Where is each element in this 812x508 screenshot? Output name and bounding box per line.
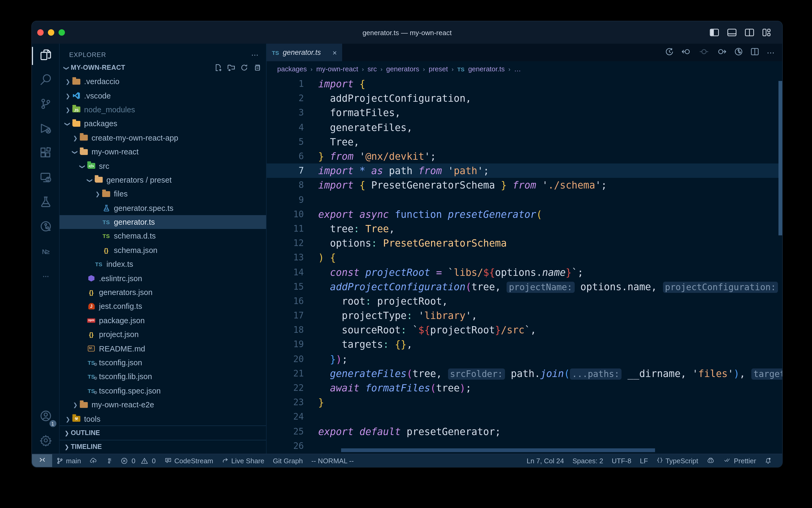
git-graph-circle-icon[interactable]	[734, 47, 743, 58]
breadcrumb-item-3[interactable]: generators	[386, 65, 419, 73]
timeline-section[interactable]: ❯ TIMELINE	[60, 439, 266, 454]
refresh-icon[interactable]	[241, 64, 248, 71]
line-number: 7	[267, 166, 304, 176]
tree-item-tsconfig-lib-json[interactable]: TS⚙tsconfig.lib.json	[60, 370, 266, 384]
status-problems[interactable]: 00	[116, 454, 160, 467]
line-number: 8	[267, 180, 304, 190]
chevron-right-icon: ❯	[71, 135, 79, 141]
activity-item-source-control[interactable]	[32, 93, 59, 117]
tree-item--verdaccio[interactable]: ❯.verdaccio	[60, 75, 266, 89]
activity-item-extensions[interactable]	[32, 142, 59, 166]
tree-item-label: tsconfig.spec.json	[99, 387, 161, 395]
token: projectRoot	[430, 325, 495, 336]
tree-item-files[interactable]: ❯files	[60, 187, 266, 201]
tree-item-index-ts[interactable]: TSindex.ts	[60, 257, 266, 271]
status-vim-mode[interactable]: -- NORMAL --	[307, 454, 358, 467]
line-text: Tree,	[318, 136, 360, 147]
activity-item-remote-explorer[interactable]	[32, 166, 59, 190]
new-folder-icon[interactable]	[227, 64, 235, 71]
activity-item-run-debug[interactable]	[32, 117, 59, 142]
tools-folder-icon: ⚒	[72, 416, 81, 422]
local-history-icon[interactable]	[665, 47, 674, 58]
status-eol[interactable]: LF	[636, 454, 652, 467]
breadcrumb-item-4[interactable]: preset	[429, 65, 448, 73]
status-codestream[interactable]: CodeStream	[160, 454, 218, 467]
tab-generator-ts[interactable]: TS generator.ts ×	[267, 44, 342, 61]
previous-change-icon[interactable]	[682, 48, 691, 57]
tree-item-readme-md[interactable]: M↓README.md	[60, 342, 266, 356]
warning-count: 0	[152, 457, 156, 465]
token: (	[564, 368, 570, 379]
tree-item-generator-ts[interactable]: TSgenerator.ts	[60, 215, 266, 229]
status-commit-graph[interactable]	[102, 454, 116, 467]
tree-item-my-own-react[interactable]: ❯my-own-react	[60, 145, 266, 159]
status-notifications[interactable]	[760, 454, 776, 467]
breadcrumb-item-5[interactable]: generator.ts	[468, 65, 505, 73]
tree-item-generators-json[interactable]: {}generators.json	[60, 286, 266, 300]
activity-item-settings[interactable]	[32, 429, 59, 454]
activity-item-nx-console[interactable]: N≥	[32, 240, 59, 264]
project-section-header[interactable]: ❯ MY-OWN-REACT	[60, 61, 266, 75]
tree-item--vscode[interactable]: ❯.vscode	[60, 89, 266, 103]
status-indentation[interactable]: Spaces: 2	[568, 454, 608, 467]
token: {	[330, 252, 336, 263]
token: '	[595, 180, 601, 191]
tree-item-jest-config-ts[interactable]: Jjest.config.ts	[60, 300, 266, 314]
outline-section[interactable]: ❯ OUTLINE	[60, 425, 266, 439]
tree-item-generator-spec-ts[interactable]: generator.spec.ts	[60, 201, 266, 215]
tree-item-schema-json[interactable]: {}schema.json	[60, 243, 266, 257]
token: root	[318, 296, 365, 307]
status-label: LF	[640, 457, 648, 465]
breadcrumb-item-0[interactable]: packages	[277, 65, 307, 73]
horizontal-scrollbar[interactable]	[341, 448, 655, 452]
tree-item-tsconfig-spec-json[interactable]: TS⚙tsconfig.spec.json	[60, 384, 266, 398]
close-tab-icon[interactable]: ×	[333, 48, 337, 57]
breadcrumb-item-1[interactable]: my-own-react	[316, 65, 359, 73]
code-line-20: 20 });	[267, 352, 782, 366]
status-git-graph[interactable]: Git Graph	[269, 454, 307, 467]
tree-item-tools[interactable]: ❯⚒tools	[60, 412, 266, 425]
outline-label: OUTLINE	[71, 429, 100, 437]
activity-item-testing[interactable]	[32, 190, 59, 215]
activity-bar: N≥⋯1	[32, 44, 60, 454]
new-file-icon[interactable]	[214, 64, 222, 71]
file-tree: ❯.verdaccio❯.vscode❯JSnode_modules❯packa…	[60, 75, 266, 425]
status-remote-indicator[interactable]	[32, 454, 52, 467]
status-prettier[interactable]: Prettier	[719, 454, 760, 467]
explorer-more-icon[interactable]: ⋯	[251, 51, 258, 59]
split-editor-right-icon[interactable]	[751, 48, 759, 57]
tree-item-src[interactable]: ❯</>src	[60, 159, 266, 173]
tree-item--eslintrc-json[interactable]: .eslintrc.json	[60, 271, 266, 286]
activity-item-more-views[interactable]: ⋯	[32, 264, 59, 289]
tree-item-generators-preset[interactable]: ❯generators / preset	[60, 173, 266, 187]
status-git-branch[interactable]: main	[52, 454, 85, 467]
tree-item-tsconfig-json[interactable]: TS⚙tsconfig.json	[60, 356, 266, 370]
tree-item-create-my-own-react-app[interactable]: ❯create-my-own-react-app	[60, 131, 266, 145]
collapse-all-icon[interactable]	[253, 64, 261, 71]
tree-item-package-json[interactable]: npmpackage.json	[60, 313, 266, 328]
status-live-share[interactable]: Live Share	[218, 454, 269, 467]
status-language[interactable]: TypeScript	[652, 454, 702, 467]
code-area[interactable]: 1import {2 addProjectConfiguration,3 for…	[267, 77, 782, 454]
tree-item-my-own-react-e2e[interactable]: ❯my-own-react-e2e	[60, 398, 266, 412]
tree-item-node-modules[interactable]: ❯JSnode_modules	[60, 103, 266, 117]
activity-item-explorer[interactable]	[32, 44, 59, 68]
breadcrumb-item-6[interactable]: …	[514, 65, 521, 73]
status-cursor-position[interactable]: Ln 7, Col 24	[522, 454, 568, 467]
next-change-icon[interactable]	[717, 48, 726, 57]
tree-item-project-json[interactable]: {}project.json	[60, 328, 266, 342]
token: '	[542, 180, 548, 191]
token	[442, 209, 448, 220]
tree-item-schema-d-ts[interactable]: TSschema.d.ts	[60, 229, 266, 243]
token: tree	[318, 223, 353, 234]
breadcrumb-item-2[interactable]: src	[368, 65, 377, 73]
activity-item-accounts[interactable]: 1	[32, 405, 59, 429]
more-actions-icon[interactable]: ⋯	[767, 48, 775, 57]
vertical-scrollbar[interactable]	[778, 81, 782, 236]
tree-item-packages[interactable]: ❯packages	[60, 117, 266, 131]
status-encoding[interactable]: UTF-8	[607, 454, 636, 467]
status-publish[interactable]	[85, 454, 102, 467]
activity-item-codestream[interactable]	[32, 215, 59, 240]
status-copilot[interactable]	[702, 454, 719, 467]
activity-item-search[interactable]	[32, 68, 59, 93]
